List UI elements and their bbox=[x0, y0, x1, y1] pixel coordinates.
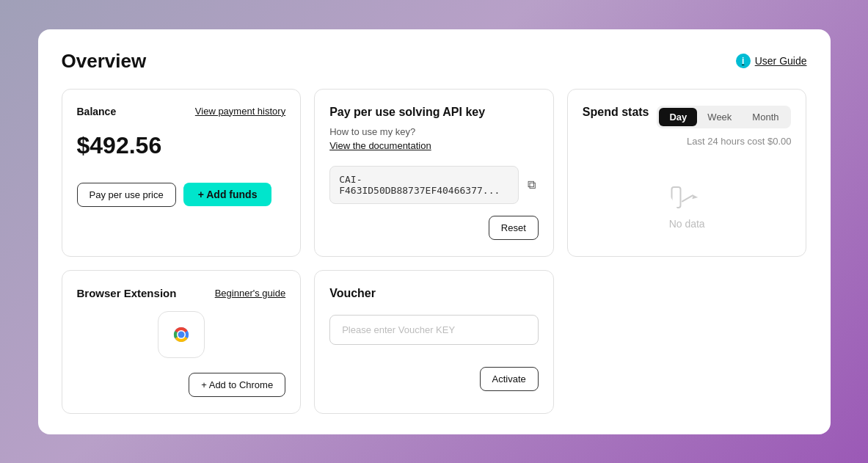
add-funds-button[interactable]: + Add funds bbox=[183, 183, 272, 206]
api-key-value: CAI-F463ID50DB88737EF40466377... bbox=[329, 166, 519, 204]
svg-line-1 bbox=[682, 194, 693, 201]
stats-title: Spend stats bbox=[583, 106, 649, 119]
voucher-input[interactable] bbox=[329, 315, 539, 345]
stats-header: Spend stats Day Week Month bbox=[583, 106, 792, 128]
balance-header: Balance View payment history bbox=[77, 106, 286, 120]
page-title: Overview bbox=[62, 50, 147, 73]
api-key-row: CAI-F463ID50DB88737EF40466377... ⧉ bbox=[329, 166, 539, 204]
no-data-text: No data bbox=[669, 218, 705, 230]
view-payment-link[interactable]: View payment history bbox=[195, 106, 285, 117]
tab-day[interactable]: Day bbox=[659, 108, 697, 126]
balance-actions: Pay per use price + Add funds bbox=[77, 183, 286, 207]
svg-rect-0 bbox=[672, 186, 681, 207]
info-icon: i bbox=[736, 54, 751, 68]
balance-title: Balance bbox=[77, 106, 117, 117]
pay-per-use-button[interactable]: Pay per use price bbox=[77, 183, 176, 207]
top-grid: Balance View payment history $492.56 Pay… bbox=[62, 89, 807, 257]
no-data-area: No data bbox=[583, 169, 792, 237]
how-to-text: How to use my key? bbox=[329, 126, 539, 137]
pencil-icon bbox=[665, 170, 710, 216]
voucher-footer: Activate bbox=[329, 367, 539, 391]
chrome-logo-icon bbox=[165, 318, 197, 351]
tab-month[interactable]: Month bbox=[742, 108, 789, 126]
browser-card-footer: + Add to Chrome bbox=[77, 373, 286, 397]
stats-tabs: Day Week Month bbox=[657, 106, 791, 128]
svg-point-5 bbox=[178, 331, 184, 338]
chrome-logo-wrapper bbox=[158, 311, 205, 358]
empty-bottom-card bbox=[567, 270, 807, 414]
api-card-title: Pay per use solving API key bbox=[329, 106, 539, 119]
api-key-card: Pay per use solving API key How to use m… bbox=[314, 89, 554, 257]
main-card: Overview i User Guide Balance View payme… bbox=[38, 29, 831, 434]
copy-api-key-button[interactable]: ⧉ bbox=[525, 175, 539, 194]
voucher-card: Voucher Activate bbox=[314, 270, 554, 414]
tab-week[interactable]: Week bbox=[697, 108, 742, 126]
balance-amount: $492.56 bbox=[77, 132, 286, 159]
spend-stats-card: Spend stats Day Week Month Last 24 hours… bbox=[567, 89, 807, 257]
api-card-footer: Reset bbox=[329, 216, 539, 240]
browser-extension-title: Browser Extension bbox=[77, 287, 177, 299]
browser-card-header: Browser Extension Beginner's guide bbox=[77, 287, 286, 299]
user-guide-label: User Guide bbox=[755, 55, 807, 67]
user-guide-link[interactable]: i User Guide bbox=[736, 54, 807, 68]
balance-card: Balance View payment history $492.56 Pay… bbox=[62, 89, 302, 257]
beginners-guide-link[interactable]: Beginner's guide bbox=[215, 288, 285, 299]
bottom-grid: Browser Extension Beginner's guide bbox=[62, 270, 807, 414]
add-to-chrome-button[interactable]: + Add to Chrome bbox=[189, 373, 285, 397]
view-documentation-link[interactable]: View the documentation bbox=[329, 140, 539, 151]
last-hours-cost: Last 24 hours cost $0.00 bbox=[583, 136, 792, 147]
activate-voucher-button[interactable]: Activate bbox=[480, 367, 539, 391]
reset-api-key-button[interactable]: Reset bbox=[489, 216, 539, 240]
copy-icon: ⧉ bbox=[528, 178, 536, 191]
page-header: Overview i User Guide bbox=[62, 50, 807, 73]
browser-extension-card: Browser Extension Beginner's guide bbox=[62, 270, 302, 414]
voucher-title: Voucher bbox=[329, 287, 539, 300]
